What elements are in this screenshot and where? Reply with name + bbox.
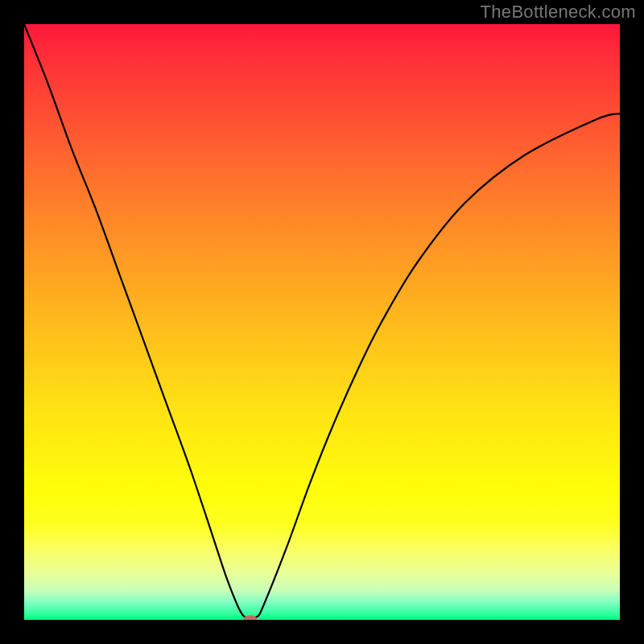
- bottleneck-curve-path: [24, 24, 620, 619]
- watermark-text: TheBottleneck.com: [481, 2, 636, 23]
- chart-frame: TheBottleneck.com: [0, 0, 644, 644]
- plot-area: [24, 24, 620, 620]
- minimum-marker: [244, 616, 257, 621]
- curve-svg: [24, 24, 620, 620]
